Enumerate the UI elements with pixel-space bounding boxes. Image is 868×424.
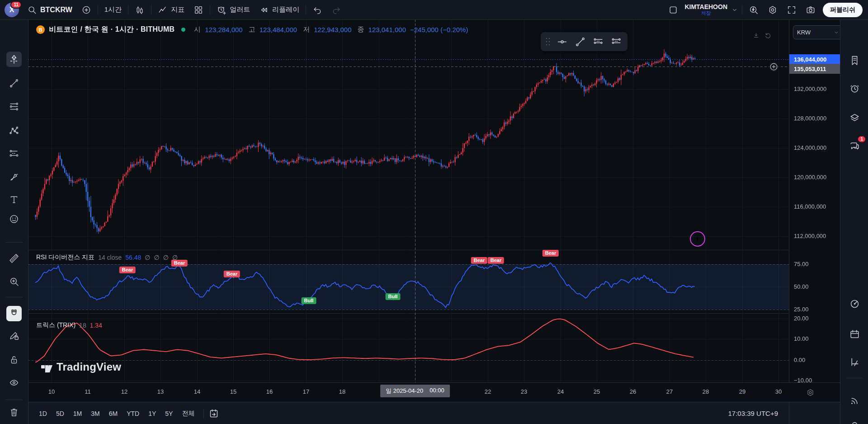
remove-all-tool[interactable] [6,405,22,420]
range-1m[interactable]: 1M [69,407,86,420]
lock-all-tool[interactable] [6,352,22,367]
emoji-tool[interactable] [6,211,22,227]
calendar[interactable] [847,326,862,342]
magnet-tool[interactable] [6,306,22,321]
hide-all-tool[interactable] [6,375,22,390]
object-tree[interactable] [847,110,862,125]
time-tick-label: 25 [594,388,600,395]
add-alert-plus-icon[interactable] [769,62,778,71]
account-chevron[interactable] [729,0,740,19]
zoom-in-tool-icon [9,276,19,287]
ruler-tool[interactable] [6,251,22,266]
brush-tool[interactable] [6,169,22,185]
pine-editor[interactable] [847,354,862,370]
cursor-tool[interactable] [6,52,22,67]
drawing-lock-tool[interactable] [6,328,22,343]
replay-label: 리플레이 [272,5,299,14]
drag-handle[interactable] [543,35,552,48]
save-layout-button[interactable] [664,0,683,19]
projection-tool[interactable] [6,146,22,161]
divider [5,400,23,400]
remove-all-tool-icon [9,407,19,418]
horizontal-line-tool[interactable] [553,34,571,49]
range-6m[interactable]: 6M [104,407,122,420]
bottom-toolbar: 1D5D1M3M6MYTD1Y5Y전체 17:03:39 UTC+9 [28,402,840,424]
compare-add-button[interactable] [77,0,96,19]
currency-label: KRW [797,29,811,36]
publish-button[interactable]: 퍼블리쉬 [823,3,863,17]
divider [5,242,23,243]
range-1y[interactable]: 1Y [144,407,160,420]
replay-button[interactable]: 리플레이 [255,0,304,19]
interval-button[interactable]: 1시간 [100,0,126,19]
symbol-legend[interactable]: B 비트코인 / 한국 원 · 1시간 · BITHUMB 시 123,284,… [36,25,468,34]
chart-canvas[interactable] [0,0,868,424]
time-axis[interactable]: 일 2025-04-20 00:00 101112131415161718222… [28,382,789,402]
last-price-label: 136,044,000 [789,54,840,64]
replay-icon [259,5,269,15]
zoom-in-tool[interactable] [6,274,22,289]
hotlists[interactable] [847,296,862,311]
trix-pane-header[interactable]: 트릭스 (TRIX) 18 1.34 [36,321,102,329]
bear-marker: Bear [488,257,504,264]
trend-line-tool[interactable] [571,34,589,49]
short-position-tool[interactable] [608,34,625,49]
trend-line-tool[interactable] [6,76,22,91]
indicators-button[interactable]: 지표 [153,0,189,19]
quick-search-button[interactable] [744,0,763,19]
settings-button[interactable] [763,0,782,19]
range-5y[interactable]: 5Y [160,407,177,420]
currency-dropdown[interactable]: KRW [793,25,844,39]
divider [846,378,863,378]
fib-retracement-tool-icon [9,101,19,112]
symbol-search-button[interactable]: BTCKRW [23,0,77,19]
layout-grid-button[interactable] [189,0,208,19]
grid-layout-icon [193,5,203,15]
alert-button[interactable]: 얼러트 [212,0,255,19]
time-tick-label: 12 [121,388,127,395]
rsi-null-icon: ∅ [154,254,160,261]
supercharts-bolt-button[interactable] [690,231,705,247]
account-menu[interactable]: KIMTAEHOON 저장 [683,4,729,16]
alerts[interactable] [847,81,862,96]
user-avatar[interactable]: X 11 [5,3,19,17]
range-1d[interactable]: 1D [34,407,52,420]
fullscreen-button[interactable] [782,0,801,19]
redo-button[interactable] [327,0,346,19]
rsi-null-icon: ∅ [163,254,169,261]
bitcoin-icon: B [36,25,45,34]
long-position-tool[interactable] [590,34,607,49]
right-sidebar: 1 [840,19,868,424]
watchlist[interactable] [847,52,862,68]
clock-timezone[interactable]: 17:03:39 UTC+9 [728,410,778,417]
time-axis-corner [789,382,840,402]
price-axis[interactable]: KRW 136,044,000 135,053,011 132,000,0001… [789,19,840,382]
streams[interactable] [847,393,862,408]
fullscreen-icon [787,5,797,15]
chat-badge: 1 [858,136,865,142]
scroll-to-recent-icon[interactable] [752,32,760,39]
pane-controls [752,32,772,39]
undo-button[interactable] [308,0,327,19]
alert-label: 얼러트 [230,5,250,14]
axis-settings-gear-icon[interactable] [806,388,815,397]
range-ytd[interactable]: YTD [122,407,144,420]
range-5d[interactable]: 5D [52,407,69,420]
chat[interactable]: 1 [847,138,862,154]
rsi-status-icons: ∅∅∅∅ [145,254,178,261]
go-to-date-icon[interactable] [208,408,219,419]
camera-icon [806,5,816,15]
range-3m[interactable]: 3M [86,407,104,420]
text-tool[interactable] [6,192,22,207]
trix-params: 18 [79,322,86,329]
divider [306,5,306,15]
pattern-tool[interactable] [6,123,22,138]
notifications[interactable] [847,418,862,424]
redo-icon [331,5,341,15]
chart-type-button[interactable] [130,0,149,19]
range-전체[interactable]: 전체 [177,407,199,420]
reset-view-icon[interactable] [764,32,772,39]
rsi-pane-header[interactable]: RSI 다이버전스 지표 14 close 56.48 ∅∅∅∅ [36,253,178,262]
snapshot-button[interactable] [801,0,820,19]
fib-retracement-tool[interactable] [6,99,22,114]
